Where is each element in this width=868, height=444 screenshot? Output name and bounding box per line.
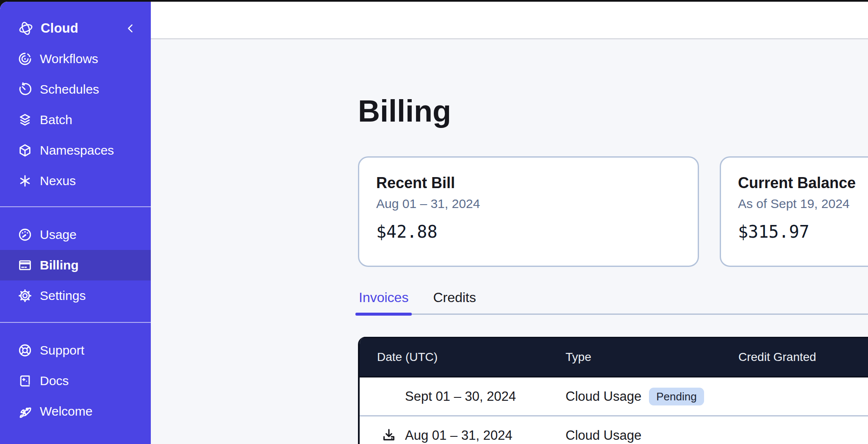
support-icon xyxy=(18,343,32,358)
billing-icon xyxy=(18,258,32,272)
sidebar-item-label: Nexus xyxy=(40,174,76,188)
usage-icon xyxy=(18,228,32,242)
invoice-type-cell: Cloud Usage xyxy=(566,428,738,443)
column-header-type: Type xyxy=(566,350,738,364)
sidebar-item-support[interactable]: Support xyxy=(0,335,151,366)
current-balance-card: Current Balance As of Sept 19, 2024 $315… xyxy=(720,156,868,267)
sidebar-item-billing[interactable]: Billing xyxy=(0,250,151,280)
sidebar-item-label: Batch xyxy=(40,113,72,127)
billing-summary-cards: Recent Bill Aug 01 – 31, 2024 $42.88 Cur… xyxy=(358,156,868,267)
sidebar-item-workflows[interactable]: Workflows xyxy=(0,44,151,74)
schedules-icon xyxy=(18,82,32,97)
invoice-date-cell: Aug 01 – 31, 2024 xyxy=(360,427,566,444)
status-badge: Pending xyxy=(649,388,704,405)
sidebar-divider xyxy=(0,322,151,323)
sidebar-item-settings[interactable]: Settings xyxy=(0,280,151,311)
sidebar-item-welcome[interactable]: Welcome xyxy=(0,396,151,427)
tab-credits[interactable]: Credits xyxy=(430,289,478,314)
namespaces-icon xyxy=(18,143,32,158)
invoice-type-cell: Cloud Usage Pending xyxy=(566,388,738,405)
card-title: Current Balance xyxy=(738,174,868,192)
table-row: Sept 01 – 30, 2024 Cloud Usage Pending xyxy=(360,377,868,416)
workflows-icon xyxy=(18,52,32,66)
column-header-date: Date (UTC) xyxy=(360,350,566,364)
sidebar-item-namespaces[interactable]: Namespaces xyxy=(0,135,151,166)
brand-row: Cloud xyxy=(0,13,151,44)
sidebar-divider xyxy=(0,206,151,207)
sidebar-item-label: Welcome xyxy=(40,404,92,419)
recent-bill-card: Recent Bill Aug 01 – 31, 2024 $42.88 xyxy=(358,156,699,267)
page-title: Billing xyxy=(358,92,868,130)
invoice-type: Cloud Usage xyxy=(566,389,641,404)
sidebar-item-batch[interactable]: Batch xyxy=(0,105,151,135)
billing-tabs: Invoices Credits xyxy=(358,289,868,315)
table-header-row: Date (UTC) Type Credit Granted xyxy=(360,337,868,377)
tab-invoices[interactable]: Invoices xyxy=(356,289,411,314)
download-icon[interactable] xyxy=(381,427,397,444)
nexus-icon xyxy=(18,174,32,188)
card-amount: $42.88 xyxy=(376,222,681,241)
sidebar-item-schedules[interactable]: Schedules xyxy=(0,74,151,105)
invoices-table: Date (UTC) Type Credit Granted Sept 01 –… xyxy=(358,337,868,444)
app-window: Cloud Workflows xyxy=(0,2,868,444)
sidebar-item-nexus[interactable]: Nexus xyxy=(0,166,151,196)
invoice-type: Cloud Usage xyxy=(566,428,641,443)
invoice-date-cell: Sept 01 – 30, 2024 xyxy=(360,388,566,405)
settings-icon xyxy=(18,289,32,303)
sidebar-item-label: Support xyxy=(40,343,84,358)
main-content: Billing Recent Bill Aug 01 – 31, 2024 $4… xyxy=(151,39,868,444)
sidebar-item-docs[interactable]: Docs xyxy=(0,366,151,396)
batch-icon xyxy=(18,113,32,127)
sidebar-item-usage[interactable]: Usage xyxy=(0,219,151,250)
sidebar: Cloud Workflows xyxy=(0,2,151,444)
sidebar-item-label: Usage xyxy=(40,228,77,242)
card-amount: $315.97 xyxy=(738,222,868,241)
card-period: Aug 01 – 31, 2024 xyxy=(376,196,681,212)
welcome-rocket-icon xyxy=(18,404,32,419)
temporal-logo-icon xyxy=(18,20,34,36)
column-header-credit-granted: Credit Granted xyxy=(738,350,868,364)
sidebar-item-label: Docs xyxy=(40,374,69,388)
table-row: Aug 01 – 31, 2024 Cloud Usage xyxy=(360,416,868,444)
sidebar-item-label: Billing xyxy=(40,258,79,272)
sidebar-item-label: Settings xyxy=(40,289,86,303)
top-bar xyxy=(151,2,868,39)
brand-label: Cloud xyxy=(41,21,78,36)
sidebar-item-label: Schedules xyxy=(40,82,99,97)
collapse-sidebar-button[interactable] xyxy=(125,22,136,34)
card-period: As of Sept 19, 2024 xyxy=(738,196,868,212)
sidebar-item-label: Workflows xyxy=(40,52,98,66)
sidebar-item-label: Namespaces xyxy=(40,143,114,158)
card-title: Recent Bill xyxy=(376,174,681,192)
docs-icon xyxy=(18,374,32,388)
invoice-date: Sept 01 – 30, 2024 xyxy=(405,389,516,404)
invoice-date: Aug 01 – 31, 2024 xyxy=(405,428,512,443)
